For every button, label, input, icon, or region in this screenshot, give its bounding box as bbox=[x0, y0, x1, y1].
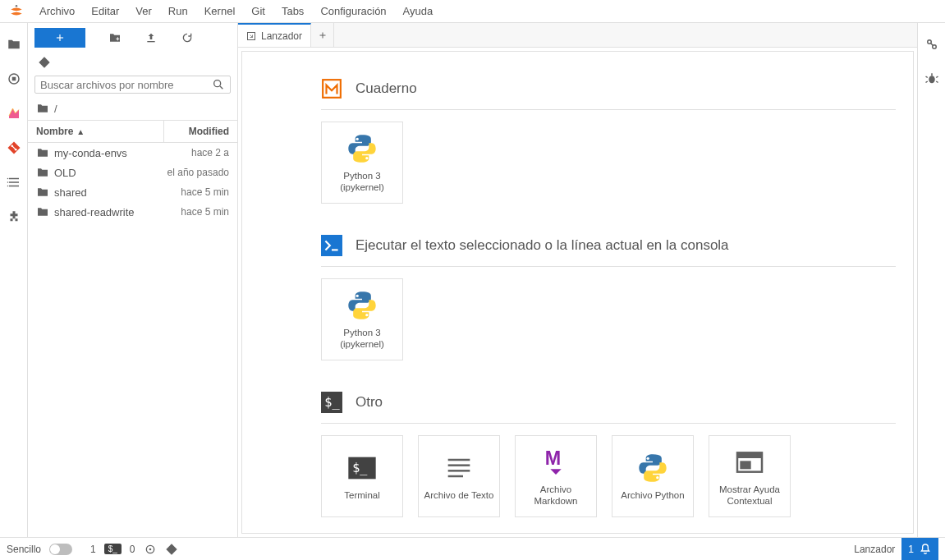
new-tab-button[interactable] bbox=[311, 23, 334, 47]
python-icon bbox=[346, 289, 378, 322]
card-label: Mostrar Ayuda Contextual bbox=[714, 484, 785, 507]
file-header-name[interactable]: Nombre ▲ bbox=[28, 121, 163, 142]
toc-tab-icon[interactable] bbox=[6, 174, 22, 190]
folder-icon bbox=[36, 166, 49, 179]
menubar: Archivo Editar Ver Run Kernel Git Tabs C… bbox=[0, 0, 945, 23]
status-git-icon[interactable] bbox=[165, 543, 178, 556]
bell-count: 1 bbox=[908, 544, 914, 555]
svg-line-49 bbox=[936, 76, 938, 78]
file-name: OLD bbox=[54, 167, 167, 179]
svg-point-27 bbox=[356, 294, 359, 296]
console-section-icon bbox=[321, 235, 342, 256]
menu-configuracion[interactable]: Configuración bbox=[312, 2, 394, 21]
svg-point-10 bbox=[7, 181, 8, 183]
status-simple-label: Sencillo bbox=[7, 544, 41, 555]
svg-rect-41 bbox=[737, 452, 762, 458]
file-modified: hace 5 min bbox=[181, 186, 229, 198]
svg-point-38 bbox=[647, 457, 649, 459]
file-modified: hace 2 a bbox=[191, 147, 229, 158]
new-folder-icon[interactable] bbox=[108, 31, 122, 44]
launcher-terminal[interactable]: $_ Terminal bbox=[321, 435, 403, 517]
text-file-icon bbox=[443, 452, 475, 484]
svg-rect-2 bbox=[11, 77, 16, 81]
status-kernel-icon[interactable] bbox=[144, 543, 157, 556]
file-row[interactable]: OLD el año pasado bbox=[28, 163, 237, 182]
tab-bar: Lanzador bbox=[238, 23, 917, 48]
card-label: Archivo Markdown bbox=[521, 484, 591, 507]
left-sidebar bbox=[0, 23, 28, 537]
menu-run[interactable]: Run bbox=[160, 2, 196, 21]
svg-rect-22 bbox=[323, 80, 341, 98]
file-row[interactable]: shared-readwrite hace 5 min bbox=[28, 202, 237, 222]
file-browser-tab-icon[interactable] bbox=[6, 36, 22, 53]
git-toolbar-icon[interactable] bbox=[28, 53, 237, 72]
notebook-section-icon bbox=[321, 78, 342, 99]
launcher-contextual-help[interactable]: Mostrar Ayuda Contextual bbox=[709, 435, 791, 517]
file-name: shared bbox=[54, 186, 181, 199]
python-icon bbox=[346, 132, 378, 165]
svg-point-46 bbox=[929, 76, 935, 83]
git-tab-icon[interactable] bbox=[6, 140, 22, 156]
file-row[interactable]: shared hace 5 min bbox=[28, 182, 237, 202]
svg-point-11 bbox=[7, 186, 8, 187]
refresh-icon[interactable] bbox=[181, 31, 194, 44]
markdown-icon: M bbox=[539, 446, 572, 479]
section-notebook-title: Cuaderno bbox=[356, 80, 417, 97]
status-kernel-count[interactable]: 0 bbox=[130, 544, 135, 555]
dask-tab-icon[interactable] bbox=[6, 105, 22, 122]
new-launcher-button[interactable] bbox=[34, 28, 85, 48]
menu-git[interactable]: Git bbox=[243, 2, 273, 21]
svg-line-48 bbox=[925, 76, 927, 78]
file-row[interactable]: my-conda-envs hace 2 a bbox=[28, 143, 237, 163]
menu-ver[interactable]: Ver bbox=[127, 2, 160, 21]
menu-kernel[interactable]: Kernel bbox=[196, 2, 244, 21]
file-search-box[interactable] bbox=[34, 76, 231, 94]
svg-line-50 bbox=[925, 81, 927, 83]
file-browser-panel: / Nombre ▲ Modified my-conda-envs hace 2… bbox=[28, 23, 238, 537]
file-name: my-conda-envs bbox=[54, 147, 191, 159]
running-tab-icon[interactable] bbox=[6, 71, 22, 87]
file-name: shared-readwrite bbox=[54, 206, 181, 218]
bell-icon bbox=[919, 543, 932, 556]
breadcrumb[interactable]: / bbox=[28, 97, 237, 120]
card-label: Terminal bbox=[344, 489, 379, 501]
file-search-input[interactable] bbox=[40, 79, 212, 91]
menu-archivo[interactable]: Archivo bbox=[31, 2, 83, 21]
extensions-tab-icon[interactable] bbox=[6, 209, 22, 225]
breadcrumb-path: / bbox=[54, 103, 57, 115]
simple-mode-toggle[interactable] bbox=[49, 544, 72, 555]
launcher-console-python3[interactable]: Python 3 (ipykernel) bbox=[321, 278, 403, 360]
debugger-icon[interactable] bbox=[924, 71, 940, 87]
launcher-text-file[interactable]: Archivo de Texto bbox=[418, 435, 500, 517]
other-section-icon: $_ bbox=[321, 392, 342, 413]
launcher-markdown-file[interactable]: M Archivo Markdown bbox=[515, 435, 597, 517]
menu-editar[interactable]: Editar bbox=[83, 2, 127, 21]
card-label: Archivo de Texto bbox=[424, 489, 494, 501]
svg-line-51 bbox=[936, 81, 938, 83]
svg-text:$_: $_ bbox=[352, 461, 368, 475]
menu-tabs[interactable]: Tabs bbox=[273, 2, 312, 21]
svg-point-17 bbox=[214, 80, 221, 87]
svg-text:$_: $_ bbox=[324, 395, 340, 410]
svg-point-0 bbox=[16, 5, 18, 7]
notifications-badge[interactable]: 1 bbox=[901, 538, 938, 561]
tab-launcher[interactable]: Lanzador bbox=[238, 23, 311, 47]
main-dock: Lanzador Cuaderno bbox=[238, 23, 917, 537]
file-header-modified[interactable]: Modified bbox=[163, 121, 237, 142]
tab-title: Lanzador bbox=[261, 30, 302, 42]
svg-point-39 bbox=[656, 476, 658, 479]
section-other-title: Otro bbox=[356, 394, 383, 411]
section-notebook-header: Cuaderno bbox=[321, 68, 896, 110]
svg-rect-16 bbox=[147, 41, 154, 42]
svg-rect-42 bbox=[740, 461, 750, 469]
folder-icon bbox=[36, 205, 49, 218]
launcher-notebook-python3[interactable]: Python 3 (ipykernel) bbox=[321, 122, 403, 204]
svg-line-18 bbox=[220, 86, 222, 89]
menu-ayuda[interactable]: Ayuda bbox=[395, 2, 442, 21]
launcher-python-file[interactable]: Archivo Python bbox=[612, 435, 694, 517]
upload-icon[interactable] bbox=[145, 31, 158, 44]
search-icon bbox=[212, 78, 225, 91]
svg-point-24 bbox=[365, 157, 368, 159]
property-inspector-icon[interactable] bbox=[924, 36, 940, 53]
status-terminal-count[interactable]: 1 bbox=[90, 544, 96, 555]
